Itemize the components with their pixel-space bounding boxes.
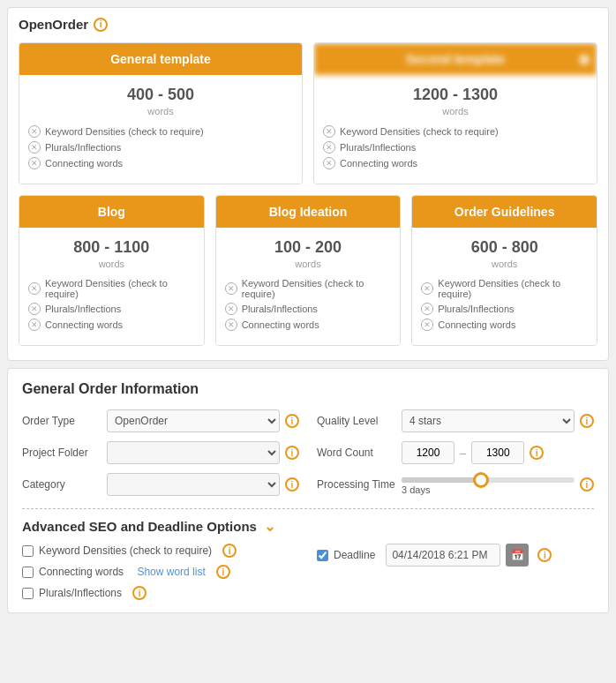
option-label-10: Keyword Densities (check to require) — [242, 278, 392, 299]
chevron-down-icon[interactable]: ⌄ — [264, 518, 275, 535]
card-body-general-template: 400 - 500 words ✕ Keyword Densities (che… — [19, 75, 302, 184]
x-icon-8: ✕ — [28, 303, 41, 315]
project-folder-select[interactable] — [107, 441, 280, 464]
word-range-second: 1200 - 1300 — [323, 86, 588, 104]
x-icon-10: ✕ — [225, 282, 237, 295]
project-folder-info-icon[interactable]: i — [285, 446, 299, 460]
calendar-icon[interactable]: 📅 — [506, 544, 529, 567]
card-body-blog-ideation: 100 - 200 words ✕ Keyword Densities (che… — [216, 228, 401, 345]
project-folder-row: Project Folder i — [22, 441, 299, 464]
slider-thumb[interactable] — [473, 472, 489, 488]
processing-time-value: 3 days — [402, 484, 575, 495]
option-plurals-second: ✕ Plurals/Inflections — [323, 141, 588, 154]
category-info-icon[interactable]: i — [285, 477, 299, 492]
option-connecting-second: ✕ Connecting words — [323, 157, 588, 169]
quality-level-info-icon[interactable]: i — [580, 414, 594, 428]
plurals-inflections-label: Plurals/Inflections — [39, 587, 122, 599]
slider-track[interactable] — [402, 477, 575, 483]
card-header-blog-ideation: Blog Ideation — [216, 196, 401, 228]
option-connecting-blog: ✕ Connecting words — [28, 319, 195, 331]
option-plurals-blog: ✕ Plurals/Inflections — [28, 303, 195, 315]
card-header-guidelines: Order Guidelines — [412, 196, 597, 228]
card-header-second: Second template ⊗ — [314, 43, 597, 75]
word-range-general: 400 - 500 — [28, 86, 293, 104]
category-select[interactable] — [107, 473, 280, 496]
quality-level-row: Quality Level 4 stars i — [317, 409, 594, 432]
order-type-select[interactable]: OpenOrder — [107, 409, 280, 432]
card-title-second: Second template — [406, 52, 505, 66]
keyword-densities-checkbox[interactable] — [22, 545, 34, 557]
x-icon-12: ✕ — [225, 319, 237, 331]
option-label-12: Connecting words — [242, 319, 319, 330]
word-range-ideation: 100 - 200 — [225, 238, 392, 257]
word-range-guidelines: 600 - 800 — [421, 238, 588, 257]
card-general-template: General template 400 - 500 words ✕ Keywo… — [19, 42, 303, 184]
x-icon-2: ✕ — [28, 141, 41, 154]
x-icon-1: ✕ — [28, 125, 41, 138]
cards-grid-bottom: Blog 800 - 1100 words ✕ Keyword Densitie… — [19, 195, 597, 346]
connecting-words-checkbox[interactable] — [22, 567, 34, 578]
option-plurals-general: ✕ Plurals/Inflections — [28, 141, 293, 154]
keyword-densities-info-icon[interactable]: i — [222, 544, 237, 558]
option-keyword-ideation: ✕ Keyword Densities (check to require) — [225, 278, 392, 299]
plurals-inflections-info-icon[interactable]: i — [132, 586, 146, 600]
word-count-row: Word Count – i — [317, 441, 594, 464]
quality-level-select[interactable]: 4 stars — [402, 409, 575, 432]
app-info-icon[interactable]: i — [94, 18, 108, 32]
order-type-info-icon[interactable]: i — [285, 414, 299, 428]
option-label-1: Keyword Densities (check to require) — [45, 126, 204, 137]
x-icon-3: ✕ — [28, 157, 41, 169]
word-count-min[interactable] — [402, 441, 454, 464]
option-label-6: Connecting words — [340, 158, 417, 169]
option-keyword-second: ✕ Keyword Densities (check to require) — [323, 125, 588, 138]
processing-time-info-icon[interactable]: i — [580, 477, 594, 492]
option-plurals-guidelines: ✕ Plurals/Inflections — [421, 303, 588, 315]
option-label-5: Plurals/Inflections — [340, 142, 416, 153]
connecting-words-info-icon[interactable]: i — [216, 565, 230, 579]
connecting-words-label: Connecting words — [39, 566, 124, 578]
quality-level-label: Quality Level — [317, 415, 396, 427]
general-order-title: General Order Information — [22, 381, 594, 397]
option-plurals-ideation: ✕ Plurals/Inflections — [225, 303, 392, 315]
option-keyword-general: ✕ Keyword Densities (check to require) — [28, 125, 293, 138]
bottom-panel: General Order Information Order Type Ope… — [7, 368, 609, 613]
option-label-3: Connecting words — [45, 158, 123, 169]
card-title-blog-ideation: Blog Ideation — [269, 205, 348, 219]
option-label-4: Keyword Densities (check to require) — [340, 126, 499, 137]
word-label-blog: words — [28, 259, 195, 269]
adv-keyword-checkbox-row: Keyword Densities (check to require) — [22, 544, 212, 557]
cards-grid-top: General template 400 - 500 words ✕ Keywo… — [19, 42, 597, 184]
word-count-info-icon[interactable]: i — [530, 446, 544, 460]
advanced-header: Advanced SEO and Deadline Options ⌄ — [22, 518, 594, 535]
card-title-blog: Blog — [98, 205, 125, 219]
processing-time-slider-container: 3 days — [402, 474, 575, 495]
plurals-inflections-checkbox[interactable] — [22, 588, 34, 599]
app-title: OpenOrder i — [19, 17, 597, 32]
deadline-input[interactable] — [386, 544, 500, 567]
x-icon-6: ✕ — [323, 157, 335, 169]
show-word-list-link[interactable]: Show word list — [137, 566, 205, 578]
card-header-general-template: General template — [19, 43, 302, 75]
word-label-guidelines: words — [421, 259, 588, 269]
advanced-grid: Keyword Densities (check to require) i C… — [22, 544, 594, 600]
x-icon-9: ✕ — [28, 319, 41, 331]
card-blog: Blog 800 - 1100 words ✕ Keyword Densitie… — [19, 195, 205, 346]
word-label-general: words — [28, 106, 293, 116]
card-order-guidelines: Order Guidelines 600 - 800 words ✕ Keywo… — [411, 195, 597, 346]
adv-plurals-checkbox-row: Plurals/Inflections — [22, 587, 122, 599]
order-type-row: Order Type OpenOrder i — [22, 409, 299, 432]
card-body-second: 1200 - 1300 words ✕ Keyword Densities (c… — [314, 75, 597, 184]
advanced-right: Deadline 📅 i — [317, 544, 594, 600]
category-label: Category — [22, 478, 101, 491]
x-icon-4: ✕ — [323, 125, 335, 138]
option-label-9: Connecting words — [45, 319, 123, 330]
card-close-second[interactable]: ⊗ — [578, 51, 590, 68]
processing-time-row: Processing Time 3 days i — [317, 473, 594, 496]
deadline-info-icon[interactable]: i — [537, 548, 552, 562]
word-count-max[interactable] — [471, 441, 524, 464]
deadline-checkbox[interactable] — [317, 550, 328, 561]
word-count-dash: – — [460, 447, 466, 460]
divider — [22, 508, 594, 509]
card-body-blog: 800 - 1100 words ✕ Keyword Densities (ch… — [19, 228, 204, 345]
option-label-2: Plurals/Inflections — [45, 142, 121, 153]
